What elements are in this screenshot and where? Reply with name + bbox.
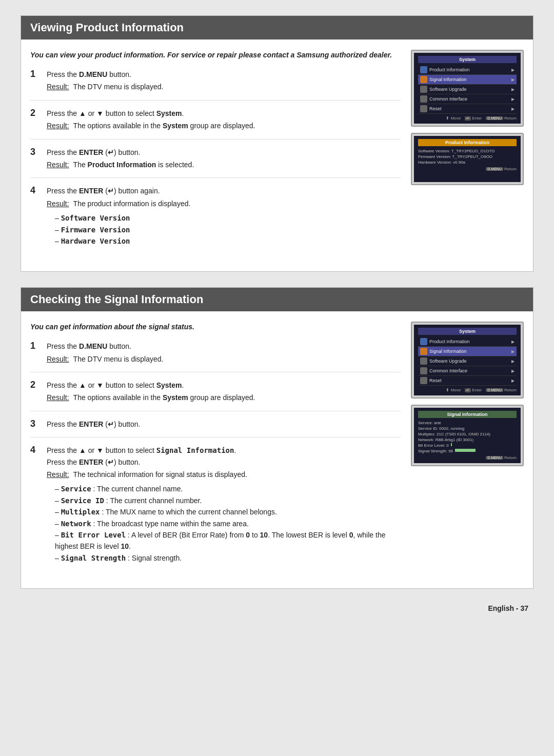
section1-tv-title2: Product Information	[418, 139, 517, 146]
s2-step-4-instruction: Press the ▲ or ▼ button to select Signal…	[47, 446, 236, 466]
s2-tv1-row4: Common Interface ▶	[418, 366, 517, 376]
tv2-line2: Firmware Version: T_TRY2PEUT_O9OO	[418, 154, 517, 159]
section1-step-1: 1 Press the D.MENU button. Result: The D…	[30, 69, 401, 101]
section1-tv-screen2: Product Information Software Version: T_…	[411, 133, 524, 185]
section1-title: Viewing Product Information	[30, 21, 524, 34]
s2-tv1-arrow3: ▶	[511, 359, 515, 364]
s2-tv1-footer-dmenu: D.MENU Return	[486, 388, 517, 392]
s2-sublist-service: Service : The current channel name.	[47, 483, 401, 494]
section2-tv-inner2: Signal Information Service: arte Service…	[414, 408, 521, 463]
section-checking-signal-information: Checking the Signal Information You can …	[21, 287, 533, 589]
section2-step-1: 1 Press the D.MENU button. Result: The D…	[30, 341, 401, 372]
tv1-row2: Signal Information ▶	[418, 75, 517, 85]
section2-title: Checking the Signal Information	[30, 293, 524, 306]
tv1-arrow3: ▶	[511, 87, 515, 92]
s2-tv1-icon5	[420, 377, 427, 384]
section-viewing-product-information: Viewing Product Information You can view…	[21, 15, 533, 272]
step-4-content: Press the ENTER (↵) button again. Result…	[47, 185, 401, 247]
s2-sublist-multiplex: Multiplex : The MUX name to which the cu…	[47, 506, 401, 518]
tv1-row3: Software Upgrade ▶	[418, 85, 517, 94]
tv1-row5: Reset ▶	[418, 104, 517, 114]
tv1-row2-text: Signal Information	[429, 77, 511, 82]
section2-tv-screen2: Signal Information Service: arte Service…	[411, 405, 524, 466]
s2-step-2-result: Result: The options available in the Sys…	[47, 392, 401, 403]
step-4-number: 4	[30, 185, 41, 247]
section1-left: You can view your product information. F…	[30, 50, 401, 261]
s2-tv1-row5-text: Reset	[429, 378, 511, 383]
s2-ber-bar	[451, 443, 452, 446]
s2-step-1-result-text: The DTV menu is displayed.	[73, 353, 164, 365]
s2-tv1-footer-move: ⬆ Move	[446, 388, 461, 392]
section1-tv-inner2: Product Information Software Version: T_…	[414, 136, 521, 182]
s2-tv2-line4: Network: R8B-8rbg1 (ID 3001)	[418, 437, 517, 442]
s2-ber-label: Bit Error Level: 0	[418, 443, 449, 448]
s2-step-2-instruction: Press the ▲ or ▼ button to select System…	[47, 381, 184, 389]
tv1-icon2	[420, 76, 427, 83]
s2-step-1-instruction: Press the D.MENU button.	[47, 342, 131, 350]
s2-tv1-icon2	[420, 348, 427, 355]
tv1-footer-enter: ↵ Enter	[465, 116, 482, 121]
s2-step-4-result-text: The technical information for signal sta…	[73, 469, 247, 480]
s2-tv1-arrow4: ▶	[511, 369, 515, 373]
tv2-line1: Software Version: T_TRY2PEUO_O1O7O	[418, 149, 517, 153]
step-2-result-text: The options available in the System grou…	[73, 120, 255, 131]
tv1-arrow1: ▶	[511, 68, 515, 72]
step-3-number: 3	[30, 147, 41, 171]
tv1-icon4	[420, 95, 427, 103]
s2-tv1-icon3	[420, 357, 427, 365]
section2-step-3: 3 Press the ENTER (↵) button.	[30, 419, 401, 437]
section1-right: System Product Information ▶ Signal Info…	[411, 50, 524, 261]
tv1-footer-dmenu: D.MENU Return	[486, 116, 517, 121]
step-3-result-text: The Product Information is selected.	[73, 159, 194, 170]
s2-step-4-result-label: Result:	[47, 469, 69, 480]
s2-tv2-line5: Bit Error Level: 0	[418, 443, 517, 448]
s2-tv1-row3-text: Software Upgrade	[429, 359, 511, 364]
section1-tv-inner1: System Product Information ▶ Signal Info…	[414, 53, 521, 124]
tv1-row1: Product Information ▶	[418, 65, 517, 75]
step-1-result-label: Result:	[47, 81, 69, 92]
step-1-result: Result: The DTV menu is displayed.	[47, 81, 401, 92]
s2-tv2-line6: Signal Strength: 99	[418, 449, 517, 453]
s2-step-1-number: 1	[30, 341, 41, 365]
section1-step-4: 4 Press the ENTER (↵) button again. Resu…	[30, 185, 401, 254]
section1-step-3: 3 Press the ENTER (↵) button. Result: Th…	[30, 147, 401, 178]
step-2-number: 2	[30, 108, 41, 132]
tv1-row4: Common Interface ▶	[418, 94, 517, 104]
section2-header: Checking the Signal Information	[21, 288, 533, 311]
section2-step-2: 2 Press the ▲ or ▼ button to select Syst…	[30, 380, 401, 411]
section2-intro: You can get information about the signal…	[30, 322, 401, 332]
s2-sublist-network: Network : The broadcast type name within…	[47, 518, 401, 529]
s2-tv1-row2-text: Signal Information	[429, 349, 511, 354]
section1-tv-title1: System	[418, 56, 517, 63]
s2-step-1-content: Press the D.MENU button. Result: The DTV…	[47, 341, 401, 365]
tv1-arrow5: ▶	[511, 107, 515, 111]
section2-body: You can get information about the signal…	[21, 311, 533, 588]
section1-intro: You can view your product information. F…	[30, 50, 401, 61]
section1-body: You can view your product information. F…	[21, 39, 533, 271]
s2-step-4-content: Press the ▲ or ▼ button to select Signal…	[47, 445, 401, 564]
tv1-footer-move: ⬆ Move	[446, 116, 461, 121]
s2-step-2-result-text: The options available in the System grou…	[73, 392, 255, 403]
s2-step-4-result: Result: The technical information for si…	[47, 469, 401, 480]
s2-tv1-footer: ⬆ Move ↵ Enter D.MENU Return	[418, 388, 517, 392]
step-1-number: 1	[30, 69, 41, 93]
step-4-result: Result: The product information is displ…	[47, 198, 401, 209]
section1-steps: 1 Press the D.MENU button. Result: The D…	[30, 69, 401, 254]
step-4-result-label: Result:	[47, 198, 69, 209]
tv1-footer: ⬆ Move ↵ Enter D.MENU Return	[418, 116, 517, 121]
section2-tv-title2: Signal Information	[418, 411, 517, 418]
s2-signal-label: Signal Strength: 99	[418, 449, 453, 453]
tv1-icon1	[420, 66, 427, 73]
tv1-row3-text: Software Upgrade	[429, 87, 511, 92]
tv1-row5-text: Reset	[429, 106, 511, 111]
step-3-instruction: Press the ENTER (↵) button.	[47, 148, 140, 156]
s2-tv1-arrow5: ▶	[511, 379, 515, 383]
s2-tv1-row5: Reset ▶	[418, 376, 517, 386]
tv1-row4-text: Common Interface	[429, 96, 511, 102]
s2-step-2-result-label: Result:	[47, 392, 69, 403]
step-3-content: Press the ENTER (↵) button. Result: The …	[47, 147, 401, 171]
s2-tv2-footer-dmenu: D.MENU Return	[486, 455, 517, 460]
s2-step-3-content: Press the ENTER (↵) button.	[47, 419, 401, 430]
s2-tv1-icon4	[420, 367, 427, 374]
s2-tv1-row1-text: Product Information	[429, 339, 511, 344]
